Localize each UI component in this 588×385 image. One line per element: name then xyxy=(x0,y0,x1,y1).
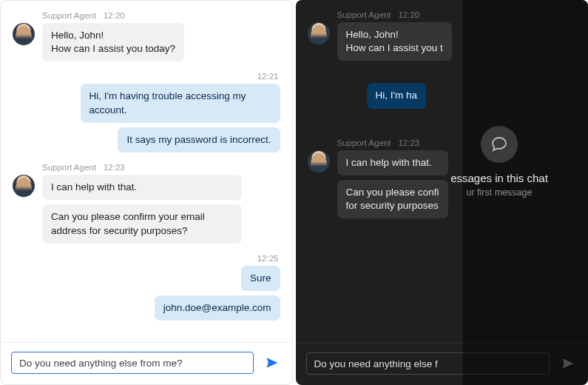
msg-bubble: I can help with that. xyxy=(42,175,242,200)
messages-area: Support Agent 12:20 Hello, John! How can… xyxy=(1,1,292,342)
input-bar xyxy=(1,342,292,384)
avatar xyxy=(13,175,35,197)
msg-group-user: Hi, I'm having trouble accessing my acco… xyxy=(13,84,280,153)
msg-group-agent: I can help with that. Can you please con… xyxy=(13,175,280,244)
msg-time: 12:25 xyxy=(257,254,279,263)
avatar xyxy=(308,150,330,173)
msg-bubble: It says my password is incorrect. xyxy=(118,127,280,153)
chat-icon-circle xyxy=(481,126,518,163)
msg-meta: 12:21 xyxy=(13,72,280,81)
msg-meta: Support Agent 12:20 xyxy=(13,11,280,20)
msg-bubble: Hi, I'm having trouble accessing my acco… xyxy=(81,84,280,122)
message-input[interactable] xyxy=(11,352,254,374)
author-name: Support Agent xyxy=(42,11,96,20)
msg-bubble: Hello, John! How can I assist you t xyxy=(337,22,452,61)
empty-title: essages in this chat xyxy=(418,172,581,184)
msg-bubble: Sure xyxy=(241,266,280,291)
msg-bubble: john.doe@example.com xyxy=(155,295,280,321)
chat-icon xyxy=(490,135,508,153)
msg-time: 12:20 xyxy=(104,11,125,20)
msg-meta: Support Agent 12:23 xyxy=(13,163,280,172)
msg-bubble: Hi, I'm ha xyxy=(367,83,427,108)
author-name: Support Agent xyxy=(42,163,96,172)
msg-group-agent: Hello, John! How can I assist you today? xyxy=(13,23,280,61)
msg-meta: 12:25 xyxy=(13,254,280,263)
chat-panel-light: Support Agent 12:20 Hello, John! How can… xyxy=(0,0,293,385)
msg-bubble: Can you please confirm your email addres… xyxy=(42,204,242,243)
empty-state: essages in this chat ur first message xyxy=(418,126,581,198)
author-name: Support Agent xyxy=(337,10,391,19)
msg-group-user: Sure john.doe@example.com xyxy=(13,266,280,321)
msg-bubble: Hello, John! How can I assist you today? xyxy=(42,23,184,61)
chat-panel-dark: Support Agent 12:20 Hello, John! How can… xyxy=(296,0,589,385)
avatar xyxy=(308,22,330,44)
msg-time: 12:21 xyxy=(257,72,279,81)
avatar xyxy=(13,23,35,45)
send-icon xyxy=(265,356,280,369)
msg-time: 12:23 xyxy=(104,163,125,172)
author-name: Support Agent xyxy=(337,138,391,147)
empty-subtitle: ur first message xyxy=(418,187,581,198)
send-button[interactable] xyxy=(263,353,282,372)
msg-time: 12:20 xyxy=(398,10,419,19)
msg-time: 12:23 xyxy=(398,138,419,147)
